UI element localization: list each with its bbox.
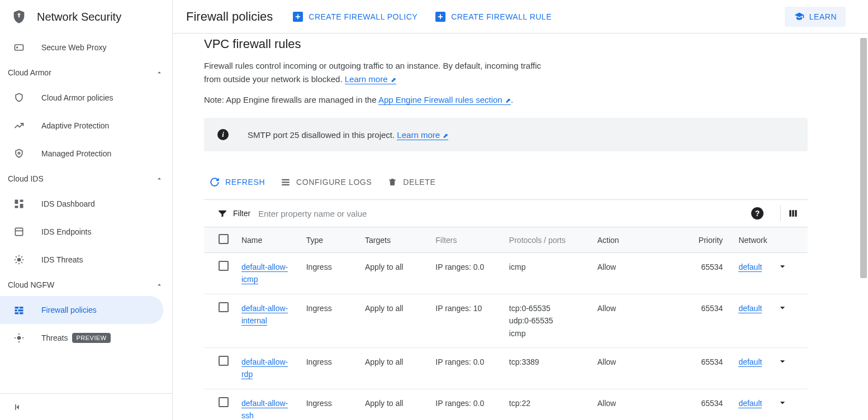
rule-name-link[interactable]: default-allow-ssh xyxy=(241,399,288,420)
column-header-priority[interactable]: Priority xyxy=(681,227,734,253)
app-engine-link[interactable]: App Engine Firewall rules section ⬈ xyxy=(378,95,511,105)
bug-icon xyxy=(13,332,25,343)
columns-icon[interactable] xyxy=(788,208,799,219)
page-title: Firewall policies xyxy=(186,9,273,24)
column-header-protocols[interactable]: Protocols / ports xyxy=(505,227,593,253)
sidebar-item-adaptive-protection[interactable]: Adaptive Protection xyxy=(0,112,172,140)
column-header-type[interactable]: Type xyxy=(302,227,361,253)
section-heading: VPC firewall rules xyxy=(204,34,808,51)
network-link[interactable]: default xyxy=(738,304,762,313)
main: Firewall policies + CREATE FIREWALL POLI… xyxy=(173,0,868,420)
svg-rect-5 xyxy=(20,204,23,208)
rule-name-link[interactable]: default-allow-rdp xyxy=(241,357,288,379)
row-checkbox[interactable] xyxy=(219,261,229,271)
sidebar-footer xyxy=(0,393,172,420)
sidebar-item-secure-web-proxy[interactable]: Secure Web Proxy xyxy=(0,34,172,61)
section-cloud-ngfw[interactable]: Cloud NGFW xyxy=(0,274,172,296)
cell-type: Ingress xyxy=(302,253,361,294)
network-link[interactable]: default xyxy=(738,357,762,367)
external-link-icon: ⬈ xyxy=(389,76,396,84)
plus-icon: + xyxy=(293,12,303,22)
svg-point-9 xyxy=(17,258,21,262)
endpoints-icon xyxy=(13,226,25,237)
filter-bar: Filter ? xyxy=(204,199,808,227)
column-header-network[interactable]: Network xyxy=(734,227,772,253)
learn-button[interactable]: LEARN xyxy=(785,7,846,27)
sidebar-item-more[interactable] xyxy=(0,352,172,365)
collapse-icon[interactable] xyxy=(12,402,23,413)
section-cloud-ids[interactable]: Cloud IDS xyxy=(0,168,172,190)
svg-rect-21 xyxy=(389,180,396,181)
button-label: CREATE FIREWALL POLICY xyxy=(309,12,418,21)
sidebar-item-cloud-armor-policies[interactable]: Cloud Armor policies xyxy=(0,84,172,112)
expand-row-button[interactable] xyxy=(772,294,808,347)
svg-rect-14 xyxy=(15,312,19,314)
table-toolbar: REFRESH CONFIGURE LOGS DELETE xyxy=(204,168,808,199)
banner-message: SMTP port 25 disallowed in this project.… xyxy=(248,130,448,140)
cell-protocols: tcp:22 xyxy=(505,389,593,420)
svg-point-1 xyxy=(17,47,18,48)
table-row: default-allow-icmpIngressApply to allIP … xyxy=(204,253,808,294)
banner-learn-more-link[interactable]: Learn more ⬈ xyxy=(397,130,448,140)
button-label: CREATE FIREWALL RULE xyxy=(451,12,552,21)
chart-icon xyxy=(13,120,25,131)
cell-priority: 65534 xyxy=(681,253,734,294)
button-label: LEARN xyxy=(809,12,837,21)
product-header: Network Security xyxy=(0,0,172,34)
cell-priority: 65534 xyxy=(681,389,734,420)
column-header-name[interactable]: Name xyxy=(237,227,302,253)
cell-type: Ingress xyxy=(302,294,361,347)
rule-name-link[interactable]: default-allow-internal xyxy=(241,304,288,326)
row-checkbox[interactable] xyxy=(219,302,229,312)
section-title: Cloud IDS xyxy=(8,174,44,183)
table-row: default-allow-rdpIngressApply to allIP r… xyxy=(204,347,808,389)
help-icon[interactable]: ? xyxy=(751,207,763,219)
sidebar-item-label: Adaptive Protection xyxy=(41,121,109,130)
cell-protocols: icmp xyxy=(505,253,593,294)
svg-rect-15 xyxy=(20,312,23,314)
row-checkbox[interactable] xyxy=(219,397,229,407)
sidebar-item-threats[interactable]: Threats PREVIEW xyxy=(0,324,172,352)
sidebar-item-ids-threats[interactable]: IDS Threats xyxy=(0,246,172,274)
cell-type: Ingress xyxy=(302,389,361,420)
row-checkbox[interactable] xyxy=(219,356,229,366)
plus-icon: + xyxy=(435,12,445,22)
create-firewall-policy-button[interactable]: + CREATE FIREWALL POLICY xyxy=(284,7,426,26)
cell-action: Allow xyxy=(593,389,681,420)
learn-more-link[interactable]: Learn more ⬈ xyxy=(345,74,396,84)
svg-rect-4 xyxy=(20,200,23,202)
network-link[interactable]: default xyxy=(738,399,762,408)
column-header-targets[interactable]: Targets xyxy=(361,227,431,253)
preview-badge: PREVIEW xyxy=(72,333,110,343)
cell-targets: Apply to all xyxy=(361,253,431,294)
filter-icon xyxy=(217,208,227,218)
table-row: default-allow-internalIngressApply to al… xyxy=(204,294,808,347)
expand-row-button[interactable] xyxy=(772,253,808,294)
scrollbar[interactable] xyxy=(859,34,868,420)
sidebar-item-firewall-policies[interactable]: Firewall policies xyxy=(0,296,163,324)
section-cloud-armor[interactable]: Cloud Armor xyxy=(0,61,172,84)
sidebar-item-managed-protection[interactable]: Managed Protection xyxy=(0,140,172,168)
network-link[interactable]: default xyxy=(738,262,762,272)
svg-rect-11 xyxy=(20,307,23,308)
sidebar-item-ids-endpoints[interactable]: IDS Endpoints xyxy=(0,218,172,246)
button-label: REFRESH xyxy=(225,178,265,187)
section-title: Cloud NGFW xyxy=(8,280,54,289)
cell-action: Allow xyxy=(593,253,681,294)
configure-logs-button[interactable]: CONFIGURE LOGS xyxy=(275,173,382,192)
column-header-filters[interactable]: Filters xyxy=(431,227,505,253)
select-all-checkbox[interactable] xyxy=(219,234,229,244)
svg-rect-20 xyxy=(282,184,290,185)
sidebar-item-ids-dashboard[interactable]: IDS Dashboard xyxy=(0,190,172,218)
delete-button[interactable]: DELETE xyxy=(382,173,445,192)
expand-row-button[interactable] xyxy=(772,389,808,420)
logs-icon xyxy=(281,177,291,187)
rule-name-link[interactable]: default-allow-icmp xyxy=(241,262,288,284)
filter-input[interactable] xyxy=(258,209,741,218)
external-link-icon: ⬈ xyxy=(441,132,448,140)
cell-filters: IP ranges: 0.0 xyxy=(431,347,505,389)
refresh-button[interactable]: REFRESH xyxy=(204,173,275,192)
column-header-action[interactable]: Action xyxy=(593,227,681,253)
create-firewall-rule-button[interactable]: + CREATE FIREWALL RULE xyxy=(426,7,561,26)
expand-row-button[interactable] xyxy=(772,347,808,389)
